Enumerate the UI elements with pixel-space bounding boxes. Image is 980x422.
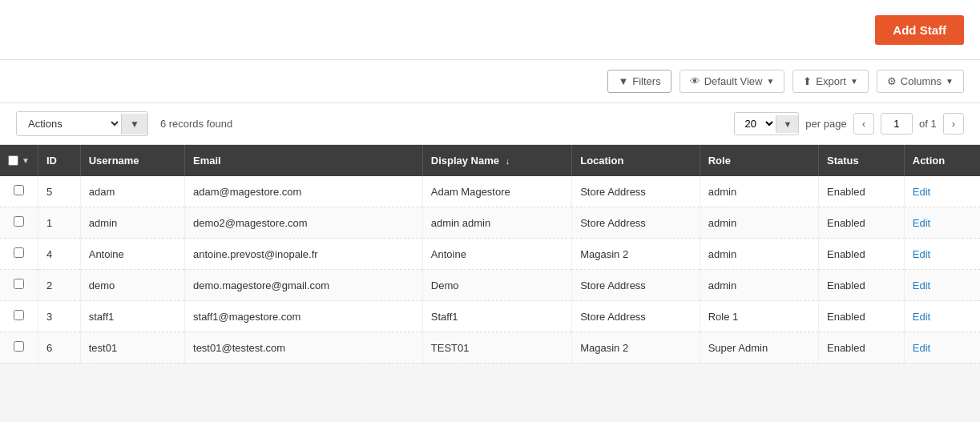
of-label: of 1: [919, 118, 937, 130]
th-display-name[interactable]: Display Name ↓: [422, 145, 571, 176]
row-action: Edit: [904, 270, 980, 301]
export-label: Export: [816, 75, 846, 87]
columns-label: Columns: [901, 75, 942, 87]
row-display-name: Staff1: [422, 301, 571, 332]
row-location: Store Address: [572, 176, 700, 207]
row-location: Store Address: [572, 207, 700, 239]
row-display-name: Antoine: [422, 239, 571, 270]
gear-icon: ⚙: [887, 75, 897, 87]
toolbar: ▼ Filters 👁 Default View ▼ ⬆ Export ▼ ⚙ …: [0, 60, 980, 103]
row-username: adam: [80, 176, 184, 207]
row-checkbox-cell: [0, 176, 38, 207]
edit-link[interactable]: Edit: [913, 311, 930, 323]
edit-link[interactable]: Edit: [913, 248, 930, 260]
export-button[interactable]: ⬆ Export ▼: [792, 70, 868, 93]
row-checkbox-cell: [0, 239, 38, 270]
row-role: Role 1: [700, 301, 818, 332]
actions-select-wrap: Actions ▼: [16, 111, 148, 136]
row-id: 4: [38, 239, 80, 270]
row-checkbox[interactable]: [14, 310, 24, 320]
table-row: 1 admin demo2@magestore.com admin admin …: [0, 207, 980, 239]
row-checkbox[interactable]: [14, 216, 24, 227]
row-display-name: TEST01: [422, 332, 571, 364]
table-row: 3 staff1 staff1@magestore.com Staff1 Sto…: [0, 301, 980, 332]
row-email: demo.magestore@gmail.com: [185, 270, 423, 301]
row-checkbox[interactable]: [14, 279, 24, 289]
row-checkbox-cell: [0, 207, 38, 239]
staff-table: ▼ ID Username Email Display Name ↓ Locat…: [0, 145, 980, 364]
select-all-checkbox[interactable]: [8, 155, 18, 166]
chevron-down-icon: ▼: [946, 77, 954, 86]
columns-button[interactable]: ⚙ Columns ▼: [877, 70, 964, 93]
row-role: admin: [700, 270, 818, 301]
th-username: Username: [80, 145, 184, 176]
row-status: Enabled: [818, 176, 904, 207]
default-view-button[interactable]: 👁 Default View ▼: [680, 70, 785, 93]
per-page-select[interactable]: 20: [735, 113, 776, 135]
row-role: admin: [700, 207, 818, 239]
table-row: 5 adam adam@magestore.com Adam Magestore…: [0, 176, 980, 207]
row-id: 3: [38, 301, 80, 332]
row-checkbox-cell: [0, 332, 38, 364]
sort-icon: ↓: [506, 156, 510, 166]
row-status: Enabled: [818, 270, 904, 301]
row-email: test01@testest.com: [185, 332, 423, 364]
row-action: Edit: [904, 301, 980, 332]
row-display-name: Adam Magestore: [422, 176, 571, 207]
per-page-label: per page: [805, 118, 846, 130]
actions-dropdown-button[interactable]: ▼: [121, 114, 147, 135]
row-checkbox-cell: [0, 270, 38, 301]
row-id: 1: [38, 207, 80, 239]
actions-select[interactable]: Actions: [17, 112, 121, 135]
row-email: staff1@magestore.com: [185, 301, 423, 332]
per-page-arrow-button[interactable]: ▼: [776, 115, 798, 133]
default-view-label: Default View: [704, 75, 763, 87]
pagination-wrap: 20 ▼ per page ‹ of 1 ›: [734, 112, 964, 135]
th-location: Location: [572, 145, 700, 176]
row-location: Magasin 2: [572, 332, 700, 364]
row-id: 6: [38, 332, 80, 364]
edit-link[interactable]: Edit: [913, 342, 930, 354]
row-status: Enabled: [818, 207, 904, 239]
row-email: adam@magestore.com: [185, 176, 423, 207]
per-page-select-wrap: 20 ▼: [734, 112, 799, 135]
row-display-name: admin admin: [422, 207, 571, 239]
row-location: Store Address: [572, 301, 700, 332]
row-id: 5: [38, 176, 80, 207]
table-header-row: ▼ ID Username Email Display Name ↓ Locat…: [0, 145, 980, 176]
th-role: Role: [700, 145, 818, 176]
export-icon: ⬆: [803, 75, 812, 87]
row-checkbox[interactable]: [14, 341, 24, 352]
row-checkbox-cell: [0, 301, 38, 332]
row-action: Edit: [904, 239, 980, 270]
row-username: admin: [80, 207, 184, 239]
row-status: Enabled: [818, 239, 904, 270]
checkbox-dropdown-icon[interactable]: ▼: [22, 156, 30, 165]
edit-link[interactable]: Edit: [913, 279, 930, 291]
row-location: Store Address: [572, 270, 700, 301]
eye-icon: 👁: [690, 75, 700, 87]
row-email: demo2@magestore.com: [185, 207, 423, 239]
next-page-button[interactable]: ›: [943, 113, 964, 135]
row-role: admin: [700, 176, 818, 207]
table-row: 4 Antoine antoine.prevost@inopale.fr Ant…: [0, 239, 980, 270]
row-username: test01: [80, 332, 184, 364]
row-checkbox[interactable]: [14, 185, 24, 195]
prev-page-button[interactable]: ‹: [853, 113, 874, 135]
top-bar: Add Staff: [0, 0, 980, 60]
row-username: Antoine: [80, 239, 184, 270]
row-role: admin: [700, 239, 818, 270]
th-action: Action: [904, 145, 980, 176]
row-username: staff1: [80, 301, 184, 332]
th-id: ID: [38, 145, 80, 176]
add-staff-button[interactable]: Add Staff: [875, 15, 964, 45]
row-checkbox[interactable]: [14, 247, 24, 258]
edit-link[interactable]: Edit: [913, 217, 930, 229]
row-action: Edit: [904, 332, 980, 364]
page-number-input[interactable]: [881, 113, 913, 135]
chevron-down-icon: ▼: [766, 77, 774, 86]
edit-link[interactable]: Edit: [913, 186, 930, 198]
filters-button[interactable]: ▼ Filters: [607, 70, 671, 93]
th-email: Email: [185, 145, 423, 176]
th-status: Status: [818, 145, 904, 176]
